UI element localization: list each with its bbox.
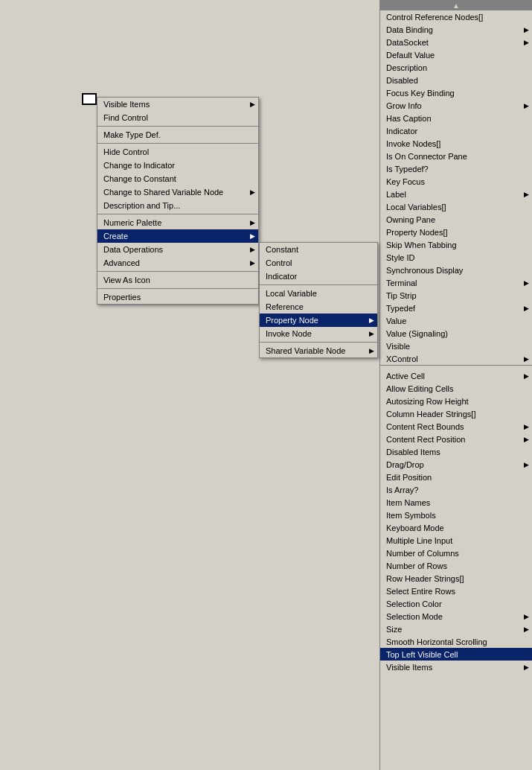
prop-item-number-of-rows[interactable]: Number of Rows xyxy=(380,559,532,572)
prop-item-edit-position[interactable]: Edit Position xyxy=(380,471,532,483)
create-menu-item-shared-variable-node[interactable]: Shared Variable Node xyxy=(260,344,377,357)
prop-item-is-typedef-[interactable]: Is Typedef? xyxy=(380,162,532,175)
prop-item-local-variables--[interactable]: Local Variables[] xyxy=(380,200,532,213)
menu-item-visible-items[interactable]: Visible Items xyxy=(97,98,258,111)
prop-item-disabled-items[interactable]: Disabled Items xyxy=(380,445,532,458)
menu-item-change-to-shared-variable-node[interactable]: Change to Shared Variable Node xyxy=(97,185,258,199)
control-box xyxy=(82,93,97,105)
prop-item-autosizing-row-height[interactable]: Autosizing Row Height xyxy=(380,395,532,407)
prop-item-content-rect-position[interactable]: Content Rect Position xyxy=(380,433,532,445)
prop-item-skip-when-tabbing[interactable]: Skip When Tabbing xyxy=(380,238,532,251)
prop-item-indicator[interactable]: Indicator xyxy=(380,124,532,137)
menu-separator xyxy=(260,284,377,285)
prop-item-key-focus[interactable]: Key Focus xyxy=(380,175,532,188)
prop-item-is-on-connector-pane[interactable]: Is On Connector Pane xyxy=(380,150,532,162)
prop-item-terminal[interactable]: Terminal xyxy=(380,276,532,289)
context-menu-create: ConstantControlIndicatorLocal VariableRe… xyxy=(259,242,378,358)
prop-item-size[interactable]: Size xyxy=(380,623,532,635)
prop-item-select-entire-rows[interactable]: Select Entire Rows xyxy=(380,585,532,597)
prop-item-default-value[interactable]: Default Value xyxy=(380,48,532,61)
prop-item-selection-mode[interactable]: Selection Mode xyxy=(380,610,532,623)
menu-item-change-to-constant[interactable]: Change to Constant xyxy=(97,172,258,185)
prop-item-description[interactable]: Description xyxy=(380,61,532,74)
create-menu-item-control[interactable]: Control xyxy=(260,256,377,270)
prop-item-active-cell[interactable]: Active Cell xyxy=(380,369,532,382)
prop-item-owning-pane[interactable]: Owning Pane xyxy=(380,213,532,226)
prop-item-has-caption[interactable]: Has Caption xyxy=(380,112,532,124)
prop-item-multiple-line-input[interactable]: Multiple Line Input xyxy=(380,534,532,547)
prop-item-allow-editing-cells[interactable]: Allow Editing Cells xyxy=(380,382,532,395)
prop-item-keyboard-mode[interactable]: Keyboard Mode xyxy=(380,521,532,534)
prop-item-is-array-[interactable]: Is Array? xyxy=(380,483,532,496)
prop-item-disabled[interactable]: Disabled xyxy=(380,74,532,86)
create-menu-item-local-variable[interactable]: Local Variable xyxy=(260,287,377,300)
menu-item-description-and-tip---[interactable]: Description and Tip... xyxy=(97,199,258,212)
prop-item-synchronous-display[interactable]: Synchronous Display xyxy=(380,264,532,276)
create-menu-item-reference[interactable]: Reference xyxy=(260,300,377,314)
prop-item-focus-key-binding[interactable]: Focus Key Binding xyxy=(380,86,532,99)
prop-item-style-id[interactable]: Style ID xyxy=(380,251,532,264)
prop-item-tip-strip[interactable]: Tip Strip xyxy=(380,289,532,302)
menu-item-hide-control[interactable]: Hide Control xyxy=(97,145,258,159)
menu-separator xyxy=(97,271,258,272)
prop-item-property-nodes--[interactable]: Property Nodes[] xyxy=(380,226,532,238)
create-menu-item-indicator[interactable]: Indicator xyxy=(260,270,377,283)
prop-item-visible-items[interactable]: Visible Items xyxy=(380,661,532,673)
prop-item-invoke-nodes--[interactable]: Invoke Nodes[] xyxy=(380,137,532,150)
menu-item-find-control[interactable]: Find Control xyxy=(97,111,258,124)
menu-separator xyxy=(97,143,258,144)
prop-item-data-binding[interactable]: Data Binding xyxy=(380,23,532,36)
prop-item-smooth-horizontal-scrolling[interactable]: Smooth Horizontal Scrolling xyxy=(380,635,532,648)
menu-separator xyxy=(97,126,258,127)
menu-item-data-operations[interactable]: Data Operations xyxy=(97,243,258,256)
properties-panel: ▲ Control Reference Nodes[]Data BindingD… xyxy=(379,0,532,770)
prop-item-item-symbols[interactable]: Item Symbols xyxy=(380,509,532,521)
prop-item-row-header-strings--[interactable]: Row Header Strings[] xyxy=(380,572,532,585)
prop-item-typedef[interactable]: Typedef xyxy=(380,302,532,314)
create-menu-item-property-node[interactable]: Property Node xyxy=(260,314,377,327)
menu-item-make-type-def-[interactable]: Make Type Def. xyxy=(97,128,258,141)
prop-header: ▲ xyxy=(380,0,532,10)
menu-item-properties[interactable]: Properties xyxy=(97,290,258,304)
prop-item-visible[interactable]: Visible xyxy=(380,340,532,352)
prop-item-top-left-visible-cell[interactable]: Top Left Visible Cell xyxy=(380,648,532,661)
prop-item-datasocket[interactable]: DataSocket xyxy=(380,36,532,48)
create-menu-item-constant[interactable]: Constant xyxy=(260,243,377,256)
menu-separator xyxy=(97,214,258,214)
prop-item-drag-drop[interactable]: Drag/Drop xyxy=(380,458,532,471)
prop-item-label[interactable]: Label xyxy=(380,188,532,200)
menu-separator xyxy=(260,342,377,343)
prop-item-selection-color[interactable]: Selection Color xyxy=(380,597,532,610)
menu-item-view-as-icon[interactable]: View As Icon xyxy=(97,273,258,287)
prop-item-grow-info[interactable]: Grow Info xyxy=(380,99,532,112)
scroll-up-arrow[interactable]: ▲ xyxy=(452,1,460,10)
prop-item-content-rect-bounds[interactable]: Content Rect Bounds xyxy=(380,420,532,433)
create-menu-item-invoke-node[interactable]: Invoke Node xyxy=(260,327,377,340)
prop-item-value[interactable]: Value xyxy=(380,314,532,327)
context-menu-1: Visible ItemsFind ControlMake Type Def.H… xyxy=(97,97,259,305)
prop-item-control-reference-nodes--[interactable]: Control Reference Nodes[] xyxy=(380,10,532,23)
menu-item-change-to-indicator[interactable]: Change to Indicator xyxy=(97,159,258,172)
menu-separator xyxy=(97,288,258,289)
prop-item-xcontrol[interactable]: XControl xyxy=(380,352,532,365)
prop-item-column-header-strings--[interactable]: Column Header Strings[] xyxy=(380,407,532,420)
prop-item-value--signaling-[interactable]: Value (Signaling) xyxy=(380,327,532,340)
prop-item-item-names[interactable]: Item Names xyxy=(380,496,532,509)
menu-item-numeric-palette[interactable]: Numeric Palette xyxy=(97,216,258,229)
menu-item-create[interactable]: Create xyxy=(97,229,258,243)
prop-item-number-of-columns[interactable]: Number of Columns xyxy=(380,547,532,559)
menu-item-advanced[interactable]: Advanced xyxy=(97,256,258,270)
